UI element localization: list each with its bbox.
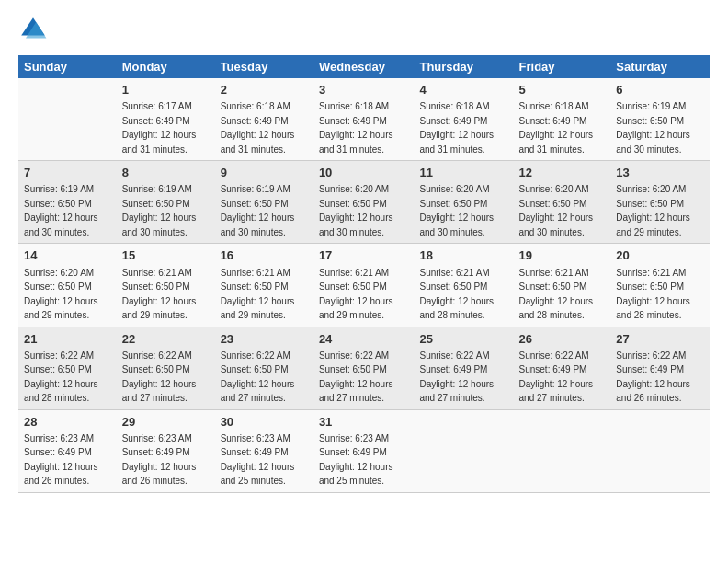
- calendar-week-row: 1 Sunrise: 6:17 AMSunset: 6:49 PMDayligh…: [18, 78, 710, 161]
- calendar-cell: 17 Sunrise: 6:21 AMSunset: 6:50 PMDaylig…: [313, 244, 415, 327]
- day-info: Sunrise: 6:18 AMSunset: 6:49 PMDaylight:…: [319, 101, 393, 155]
- day-info: Sunrise: 6:18 AMSunset: 6:49 PMDaylight:…: [519, 101, 594, 155]
- calendar-cell: 27 Sunrise: 6:22 AMSunset: 6:49 PMDaylig…: [610, 327, 710, 409]
- day-number: 30: [221, 414, 308, 431]
- calendar-week-row: 21 Sunrise: 6:22 AMSunset: 6:50 PMDaylig…: [18, 327, 710, 409]
- day-number: 23: [221, 331, 308, 348]
- calendar-cell: 31 Sunrise: 6:23 AMSunset: 6:49 PMDaylig…: [313, 409, 415, 492]
- day-number: 14: [24, 247, 111, 264]
- calendar-week-row: 7 Sunrise: 6:19 AMSunset: 6:50 PMDayligh…: [18, 161, 710, 244]
- day-info: Sunrise: 6:19 AMSunset: 6:50 PMDaylight:…: [221, 184, 295, 237]
- calendar-cell: 24 Sunrise: 6:22 AMSunset: 6:50 PMDaylig…: [313, 327, 415, 409]
- calendar-week-row: 14 Sunrise: 6:20 AMSunset: 6:50 PMDaylig…: [18, 244, 710, 327]
- calendar-cell: [414, 409, 513, 492]
- day-number: 26: [519, 331, 606, 348]
- day-number: 5: [519, 82, 606, 98]
- calendar-cell: 3 Sunrise: 6:18 AMSunset: 6:49 PMDayligh…: [313, 78, 415, 161]
- weekday-header-wednesday: Wednesday: [313, 55, 415, 78]
- day-number: 6: [616, 82, 704, 98]
- day-info: Sunrise: 6:22 AMSunset: 6:49 PMDaylight:…: [519, 350, 594, 404]
- day-info: Sunrise: 6:23 AMSunset: 6:49 PMDaylight:…: [122, 433, 197, 487]
- day-number: 16: [221, 247, 308, 264]
- day-info: Sunrise: 6:19 AMSunset: 6:50 PMDaylight:…: [122, 184, 197, 237]
- day-info: Sunrise: 6:18 AMSunset: 6:49 PMDaylight:…: [221, 101, 295, 155]
- calendar-cell: 2 Sunrise: 6:18 AMSunset: 6:49 PMDayligh…: [215, 78, 313, 161]
- day-info: Sunrise: 6:19 AMSunset: 6:50 PMDaylight:…: [24, 184, 98, 237]
- day-info: Sunrise: 6:17 AMSunset: 6:49 PMDaylight:…: [122, 101, 197, 155]
- day-info: Sunrise: 6:21 AMSunset: 6:50 PMDaylight:…: [519, 268, 594, 321]
- calendar-cell: 5 Sunrise: 6:18 AMSunset: 6:49 PMDayligh…: [514, 78, 611, 161]
- day-number: 21: [24, 331, 111, 348]
- day-number: 22: [122, 331, 210, 348]
- day-number: 8: [122, 165, 210, 181]
- weekday-header-row: SundayMondayTuesdayWednesdayThursdayFrid…: [18, 55, 710, 78]
- day-info: Sunrise: 6:21 AMSunset: 6:50 PMDaylight:…: [319, 268, 393, 321]
- calendar-cell: 19 Sunrise: 6:21 AMSunset: 6:50 PMDaylig…: [514, 244, 611, 327]
- calendar-cell: 28 Sunrise: 6:23 AMSunset: 6:49 PMDaylig…: [18, 409, 117, 492]
- calendar-week-row: 28 Sunrise: 6:23 AMSunset: 6:49 PMDaylig…: [18, 409, 710, 492]
- day-info: Sunrise: 6:23 AMSunset: 6:49 PMDaylight:…: [24, 433, 98, 487]
- calendar-cell: [514, 409, 611, 492]
- calendar-cell: 4 Sunrise: 6:18 AMSunset: 6:49 PMDayligh…: [414, 78, 513, 161]
- weekday-header-friday: Friday: [514, 55, 611, 78]
- day-info: Sunrise: 6:22 AMSunset: 6:50 PMDaylight:…: [221, 350, 295, 404]
- calendar-cell: 8 Sunrise: 6:19 AMSunset: 6:50 PMDayligh…: [117, 161, 215, 244]
- day-number: 15: [122, 247, 210, 264]
- day-number: 11: [419, 165, 507, 181]
- day-number: 1: [122, 82, 210, 98]
- day-info: Sunrise: 6:20 AMSunset: 6:50 PMDaylight:…: [616, 184, 690, 237]
- day-number: 18: [419, 247, 507, 264]
- logo-icon: [18, 15, 48, 44]
- day-number: 20: [616, 247, 704, 264]
- day-info: Sunrise: 6:23 AMSunset: 6:49 PMDaylight:…: [221, 433, 295, 487]
- day-info: Sunrise: 6:23 AMSunset: 6:49 PMDaylight:…: [319, 433, 393, 487]
- calendar-cell: [18, 78, 117, 161]
- weekday-header-thursday: Thursday: [414, 55, 513, 78]
- day-info: Sunrise: 6:18 AMSunset: 6:49 PMDaylight:…: [419, 101, 494, 155]
- calendar-cell: 14 Sunrise: 6:20 AMSunset: 6:50 PMDaylig…: [18, 244, 117, 327]
- calendar-cell: 15 Sunrise: 6:21 AMSunset: 6:50 PMDaylig…: [117, 244, 215, 327]
- day-number: 4: [419, 82, 507, 98]
- day-info: Sunrise: 6:21 AMSunset: 6:50 PMDaylight:…: [122, 268, 197, 321]
- calendar-cell: 21 Sunrise: 6:22 AMSunset: 6:50 PMDaylig…: [18, 327, 117, 409]
- calendar-cell: 22 Sunrise: 6:22 AMSunset: 6:50 PMDaylig…: [117, 327, 215, 409]
- calendar-cell: 23 Sunrise: 6:22 AMSunset: 6:50 PMDaylig…: [215, 327, 313, 409]
- weekday-header-sunday: Sunday: [18, 55, 117, 78]
- day-number: 12: [519, 165, 606, 181]
- logo: [18, 15, 51, 44]
- calendar-table: SundayMondayTuesdayWednesdayThursdayFrid…: [18, 55, 710, 493]
- day-info: Sunrise: 6:20 AMSunset: 6:50 PMDaylight:…: [519, 184, 594, 237]
- weekday-header-saturday: Saturday: [610, 55, 710, 78]
- calendar-cell: 16 Sunrise: 6:21 AMSunset: 6:50 PMDaylig…: [215, 244, 313, 327]
- day-number: 27: [616, 331, 704, 348]
- calendar-cell: 9 Sunrise: 6:19 AMSunset: 6:50 PMDayligh…: [215, 161, 313, 244]
- calendar-cell: [610, 409, 710, 492]
- day-info: Sunrise: 6:22 AMSunset: 6:50 PMDaylight:…: [319, 350, 393, 404]
- day-info: Sunrise: 6:20 AMSunset: 6:50 PMDaylight:…: [319, 184, 393, 237]
- day-info: Sunrise: 6:22 AMSunset: 6:50 PMDaylight:…: [122, 350, 197, 404]
- day-info: Sunrise: 6:22 AMSunset: 6:50 PMDaylight:…: [24, 350, 98, 404]
- day-number: 3: [319, 82, 409, 98]
- calendar-cell: 26 Sunrise: 6:22 AMSunset: 6:49 PMDaylig…: [514, 327, 611, 409]
- day-info: Sunrise: 6:22 AMSunset: 6:49 PMDaylight:…: [616, 350, 690, 404]
- calendar-cell: 30 Sunrise: 6:23 AMSunset: 6:49 PMDaylig…: [215, 409, 313, 492]
- weekday-header-monday: Monday: [117, 55, 215, 78]
- day-number: 9: [221, 165, 308, 181]
- day-number: 31: [319, 414, 409, 431]
- calendar-cell: 25 Sunrise: 6:22 AMSunset: 6:49 PMDaylig…: [414, 327, 513, 409]
- day-number: 2: [221, 82, 308, 98]
- day-info: Sunrise: 6:20 AMSunset: 6:50 PMDaylight:…: [419, 184, 494, 237]
- day-number: 7: [24, 165, 111, 181]
- day-info: Sunrise: 6:20 AMSunset: 6:50 PMDaylight:…: [24, 268, 98, 321]
- calendar-cell: 12 Sunrise: 6:20 AMSunset: 6:50 PMDaylig…: [514, 161, 611, 244]
- day-number: 19: [519, 247, 606, 264]
- calendar-cell: 7 Sunrise: 6:19 AMSunset: 6:50 PMDayligh…: [18, 161, 117, 244]
- calendar-cell: 13 Sunrise: 6:20 AMSunset: 6:50 PMDaylig…: [610, 161, 710, 244]
- day-number: 28: [24, 414, 111, 431]
- day-number: 25: [419, 331, 507, 348]
- calendar-cell: 29 Sunrise: 6:23 AMSunset: 6:49 PMDaylig…: [117, 409, 215, 492]
- day-number: 24: [319, 331, 409, 348]
- day-info: Sunrise: 6:19 AMSunset: 6:50 PMDaylight:…: [616, 101, 690, 155]
- calendar-cell: 18 Sunrise: 6:21 AMSunset: 6:50 PMDaylig…: [414, 244, 513, 327]
- calendar-cell: 11 Sunrise: 6:20 AMSunset: 6:50 PMDaylig…: [414, 161, 513, 244]
